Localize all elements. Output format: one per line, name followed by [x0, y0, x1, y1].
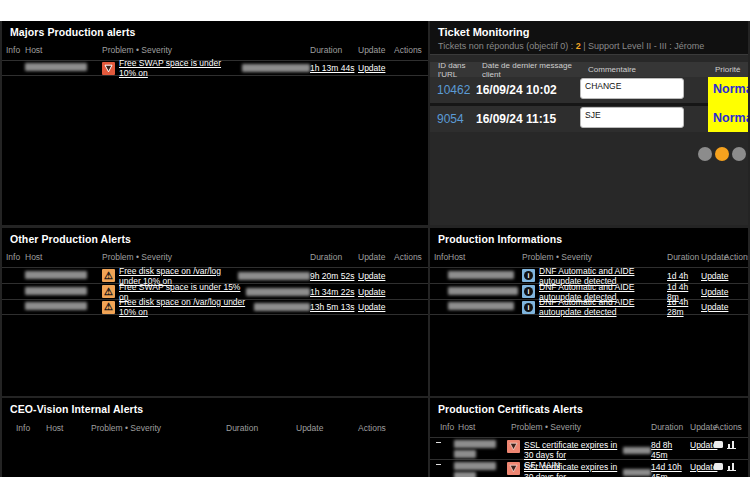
col-host: Host	[25, 45, 102, 55]
duration-value[interactable]: 1d 4h 28m	[667, 297, 701, 317]
problem-link[interactable]: Free SWAP space is under 10% on	[119, 58, 238, 78]
panel-production-certificats-alerts: Production Certificats Alerts Info Host …	[430, 398, 748, 477]
duration-value[interactable]: 9h 20m 52s	[310, 271, 358, 281]
col-problem-severity: Problem • Severity	[91, 423, 226, 433]
ticket-header: Ticket Monitoring Tickets non répondus (…	[430, 21, 748, 55]
panel-ceo-vision-internal-alerts: CEO-Vision Internal Alerts Info Host Pro…	[2, 398, 428, 477]
table-header: Info Host Problem • Severity Duration Up…	[430, 418, 748, 437]
redacted-host	[454, 462, 496, 470]
ticket-id-link[interactable]: 9054	[430, 112, 476, 126]
panel-title: Ticket Monitoring	[438, 26, 740, 38]
col-host: Host	[46, 423, 91, 433]
table-header: ID dans l'URL Date de dernier message cl…	[430, 62, 748, 77]
problem-link[interactable]: Free disk space on /var/log under 10% on	[119, 297, 250, 317]
update-link[interactable]: Update	[358, 271, 385, 281]
ticket-id-link[interactable]: 10462	[430, 83, 476, 97]
col-info: Info	[6, 252, 25, 262]
ticket-date: 16/09/24 11:15	[476, 112, 580, 126]
comment-textarea[interactable]: CHANGE	[580, 78, 684, 99]
col-date: Date de dernier message client	[482, 61, 588, 79]
col-actions: Actions	[714, 422, 744, 432]
update-link[interactable]: Update	[701, 302, 728, 312]
host-cell[interactable]	[25, 63, 102, 73]
host-cell[interactable]	[454, 440, 507, 458]
col-priority: Priorité	[715, 65, 748, 74]
col-info: Info	[6, 45, 25, 55]
disaster-severity-icon	[102, 62, 115, 75]
panel-title: Other Production Alerts	[2, 228, 428, 248]
info-cell	[434, 462, 454, 472]
col-host: Host	[458, 422, 511, 432]
panel-title: Majors Production alerts	[2, 21, 428, 41]
duration-value[interactable]: 14d 10h 45m	[651, 462, 690, 477]
panel-ticket-monitoring: Ticket Monitoring Tickets non répondus (…	[430, 21, 748, 225]
panel-title: CEO-Vision Internal Alerts	[2, 398, 428, 418]
col-id: ID dans l'URL	[438, 61, 482, 79]
redacted-host	[448, 287, 518, 295]
update-link[interactable]: Update	[358, 287, 385, 297]
duration-value[interactable]: 8d 8h 45m	[651, 440, 690, 460]
panel-title: Production Informations	[430, 228, 748, 248]
priority-badge: Normal	[713, 111, 748, 125]
host-cell[interactable]	[25, 287, 102, 297]
problem-link[interactable]: SSL certificate expires in 30 days for	[524, 440, 620, 460]
host-cell[interactable]	[448, 271, 522, 281]
col-problem-severity: Problem • Severity	[522, 252, 667, 262]
redacted-host	[25, 271, 87, 279]
actions-cell	[714, 440, 744, 449]
page-dot-3[interactable]	[732, 147, 746, 161]
col-info: Info	[440, 422, 458, 432]
col-info: Info	[12, 423, 46, 433]
duration-value[interactable]: 1d 4h	[667, 271, 701, 281]
table-row: Free SWAP space is under 10% on 1h 13m 4…	[2, 60, 428, 76]
actions-cell	[714, 462, 744, 471]
graph-icon[interactable]	[727, 440, 736, 449]
high-severity-icon	[507, 440, 520, 453]
col-actions: Actions	[358, 423, 424, 433]
host-cell[interactable]	[448, 287, 522, 297]
problem-link[interactable]: SSL certificate expires in 30 days for	[524, 462, 620, 477]
col-duration: Duration	[226, 423, 296, 433]
comment-bubble-icon[interactable]	[714, 463, 723, 470]
graph-icon[interactable]	[727, 462, 736, 471]
warning-severity-icon: ⚠	[102, 301, 115, 314]
duration-value[interactable]: 13h 5m 13s	[310, 302, 358, 312]
subtitle-suffix: | Support Level II - III : Jérome	[581, 41, 704, 51]
dashboard-board: Majors Production alerts Info Host Probl…	[0, 21, 750, 477]
table-row: SSL certificate expires in 30 days for G…	[430, 459, 748, 477]
warning-severity-icon: ⚠	[102, 269, 115, 282]
update-link[interactable]: Update	[358, 302, 385, 312]
redacted-host	[25, 287, 87, 295]
host-cell[interactable]	[448, 302, 522, 312]
col-comment: Commentaire	[588, 65, 715, 74]
col-problem-severity: Problem • Severity	[102, 252, 310, 262]
panel-majors-production-alerts: Majors Production alerts Info Host Probl…	[2, 21, 428, 225]
col-duration: Duration	[667, 252, 701, 262]
page-dot-2-active[interactable]	[715, 147, 729, 161]
page-dot-1[interactable]	[698, 147, 712, 161]
redacted-host	[454, 472, 476, 477]
col-update: Update	[358, 45, 394, 55]
priority-column: Normal Normal	[708, 77, 748, 132]
update-link[interactable]: Update	[358, 63, 385, 73]
col-duration: Duration	[651, 422, 690, 432]
comment-bubble-icon[interactable]	[714, 441, 723, 448]
duration-value[interactable]: 1h 34m 22s	[310, 287, 358, 297]
host-cell[interactable]	[25, 302, 102, 312]
update-link[interactable]: Update	[701, 271, 728, 281]
info-cell	[434, 440, 454, 450]
ticket-row: 10462 16/09/24 10:02 CHANGE	[430, 77, 748, 103]
comment-textarea[interactable]: SJE	[580, 107, 684, 128]
problem-link[interactable]: DNF Automatic and AIDE autoupdate detect…	[539, 297, 667, 317]
table-header: Info Host Problem • Severity Duration Up…	[2, 248, 428, 267]
col-update: Update	[296, 423, 358, 433]
table-header: Info Host Problem • Severity Duration Up…	[430, 248, 748, 267]
host-cell[interactable]	[454, 462, 507, 477]
update-link[interactable]: Update	[701, 287, 728, 297]
pagination-dots	[698, 147, 746, 161]
redacted-host	[623, 469, 651, 476]
col-info: Info	[434, 252, 448, 262]
host-cell[interactable]	[25, 271, 102, 281]
ticket-rows: 10462 16/09/24 10:02 CHANGE 9054 16/09/2…	[430, 77, 748, 132]
duration-value[interactable]: 1h 13m 44s	[310, 63, 358, 73]
